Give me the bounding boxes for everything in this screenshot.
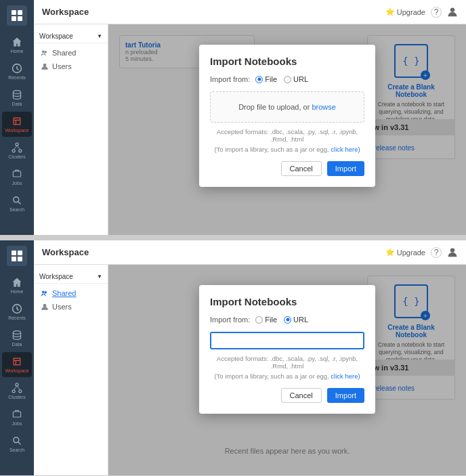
right-content-panel1: tart Tutoria n preloaded5 minutes. { } +… — [108, 24, 466, 235]
left-nav-shared-panel1[interactable]: Shared — [34, 46, 108, 60]
top-bar-right-panel1: ⭐ Upgrade ? — [385, 6, 458, 18]
svg-line-25 — [14, 386, 17, 390]
import-from-label-panel2: Import from: — [210, 316, 250, 324]
import-button-panel2[interactable]: Import — [327, 388, 364, 403]
svg-point-7 — [12, 150, 15, 152]
page-title-panel1: Workspace — [42, 7, 89, 17]
url-radio-circle-panel1 — [284, 76, 291, 83]
sidebar-item-data[interactable]: Data — [2, 85, 32, 110]
svg-point-22 — [16, 383, 18, 386]
import-from-label-panel1: Import from: — [210, 75, 250, 83]
main-area-panel1: Workspace ⭐ Upgrade ? Workspace ▼ — [34, 0, 466, 235]
drop-zone-text-panel1: Drop file to upload, or browse — [221, 103, 353, 111]
sidebar-item-home-p2[interactable]: Home — [2, 273, 32, 298]
content-area-panel2: Workspace ▼ Shared Users { } — [34, 265, 466, 475]
import-dialog-panel2: Import Notebooks Import from: File URL — [199, 285, 375, 414]
click-here-link-panel2[interactable]: click here) — [331, 372, 360, 380]
file-radio-circle-panel1 — [255, 76, 263, 83]
sidebar-item-jobs[interactable]: Jobs — [2, 165, 32, 190]
left-nav-shared-panel2[interactable]: Shared — [34, 286, 108, 300]
sidebar-item-data-p2[interactable]: Data — [2, 326, 32, 351]
upgrade-icon: ⭐ — [385, 7, 395, 16]
svg-point-30 — [450, 248, 454, 252]
dropdown-chevron: ▼ — [97, 33, 102, 39]
app-logo-panel2 — [7, 246, 27, 266]
upgrade-button-panel2[interactable]: ⭐ Upgrade — [385, 248, 425, 257]
browse-link-panel1[interactable]: browse — [312, 103, 335, 111]
top-bar-panel1: Workspace ⭐ Upgrade ? — [34, 0, 466, 24]
upgrade-icon-p2: ⭐ — [385, 248, 395, 257]
workspace-dropdown-panel2[interactable]: Workspace ▼ — [34, 270, 108, 284]
sidebar-panel2: Home Recents Data Workspace Clusters Job… — [0, 240, 34, 475]
svg-rect-27 — [13, 412, 20, 417]
sidebar-item-clusters-p2[interactable]: Clusters — [2, 378, 32, 404]
sidebar-item-search-p2[interactable]: Search — [2, 431, 32, 456]
accepted-formats-panel2: Accepted formats: .dbc, .scala, .py, .sq… — [210, 355, 364, 370]
svg-point-28 — [14, 437, 19, 443]
svg-rect-11 — [13, 171, 20, 177]
dialog-title-panel1: Import Notebooks — [210, 56, 364, 67]
svg-point-14 — [450, 7, 454, 12]
cancel-button-panel2[interactable]: Cancel — [281, 388, 322, 403]
import-button-panel1[interactable]: Import — [327, 161, 364, 176]
drop-zone-panel1[interactable]: Drop file to upload, or browse — [210, 91, 364, 123]
file-radio-option-panel1[interactable]: File — [255, 75, 277, 83]
sidebar-item-workspace[interactable]: Workspace — [2, 112, 32, 137]
help-icon-panel2[interactable]: ? — [431, 247, 442, 258]
workspace-dropdown-panel1[interactable]: Workspace ▼ — [34, 30, 108, 43]
import-library-note-panel1: (To import a library, such as a jar or e… — [210, 146, 364, 153]
accepted-formats-panel1: Accepted formats: .dbc, .scala, .py, .sq… — [210, 128, 364, 143]
content-area-panel1: Workspace ▼ Shared Users tart Tutoria n … — [34, 24, 466, 235]
url-input-panel2[interactable] — [210, 332, 364, 349]
cancel-button-panel1[interactable]: Cancel — [281, 161, 322, 176]
svg-point-15 — [43, 64, 47, 67]
user-icon-panel2[interactable] — [447, 246, 458, 259]
import-from-row-panel2: Import from: File URL — [210, 316, 364, 324]
sidebar-item-workspace-p2[interactable]: Workspace — [2, 352, 32, 377]
svg-line-29 — [18, 442, 21, 445]
left-nav-users-panel2[interactable]: Users — [34, 300, 108, 313]
radio-group-panel1: File URL — [255, 75, 308, 83]
svg-line-10 — [17, 146, 20, 150]
right-content-panel2: { } + Create a Blank Notebook Create a n… — [108, 265, 466, 475]
sidebar-item-search[interactable]: Search — [2, 191, 32, 216]
svg-line-9 — [14, 146, 17, 150]
help-icon-panel1[interactable]: ? — [431, 7, 442, 18]
svg-point-12 — [14, 197, 19, 202]
import-library-note-panel2: (To import a library, such as a jar or e… — [210, 372, 364, 380]
svg-rect-19 — [18, 257, 22, 261]
svg-rect-3 — [18, 16, 22, 21]
sidebar-item-home[interactable]: Home — [2, 33, 32, 58]
top-bar-right-panel2: ⭐ Upgrade ? — [385, 246, 458, 259]
panel-1: Home Recents Data Workspace Clusters Job… — [0, 0, 466, 238]
sidebar-item-clusters[interactable]: Clusters — [2, 138, 32, 163]
svg-line-26 — [17, 386, 20, 390]
radio-group-panel2: File URL — [255, 316, 308, 324]
app-logo — [7, 5, 27, 26]
top-bar-panel2: Workspace ⭐ Upgrade ? — [34, 240, 466, 265]
svg-line-13 — [18, 202, 21, 204]
svg-point-31 — [43, 304, 47, 307]
sidebar-item-recents[interactable]: Recents — [2, 59, 32, 84]
url-radio-circle-panel2 — [284, 316, 291, 324]
left-nav-users-panel1[interactable]: Users — [34, 60, 108, 73]
dialog-buttons-panel2: Cancel Import — [210, 388, 364, 403]
dialog-title-panel2: Import Notebooks — [210, 296, 364, 307]
svg-point-8 — [19, 150, 22, 152]
sidebar-item-jobs-p2[interactable]: Jobs — [2, 405, 32, 430]
svg-rect-0 — [12, 10, 16, 15]
user-icon-panel1[interactable] — [447, 6, 458, 18]
url-radio-option-panel1[interactable]: URL — [284, 75, 308, 83]
panel-2: Home Recents Data Workspace Clusters Job… — [0, 240, 466, 476]
import-dialog-panel1: Import Notebooks Import from: File URL — [199, 45, 375, 187]
svg-rect-1 — [18, 10, 22, 15]
import-from-row-panel1: Import from: File URL — [210, 75, 364, 83]
upgrade-button-panel1[interactable]: ⭐ Upgrade — [385, 7, 425, 16]
url-radio-option-panel2[interactable]: URL — [284, 316, 308, 324]
file-radio-circle-panel2 — [255, 316, 263, 324]
svg-rect-17 — [18, 251, 22, 255]
click-here-link-panel1[interactable]: click here) — [331, 146, 360, 153]
sidebar-item-recents-p2[interactable]: Recents — [2, 299, 32, 324]
file-radio-option-panel2[interactable]: File — [255, 316, 277, 324]
dialog-buttons-panel1: Cancel Import — [210, 161, 364, 176]
